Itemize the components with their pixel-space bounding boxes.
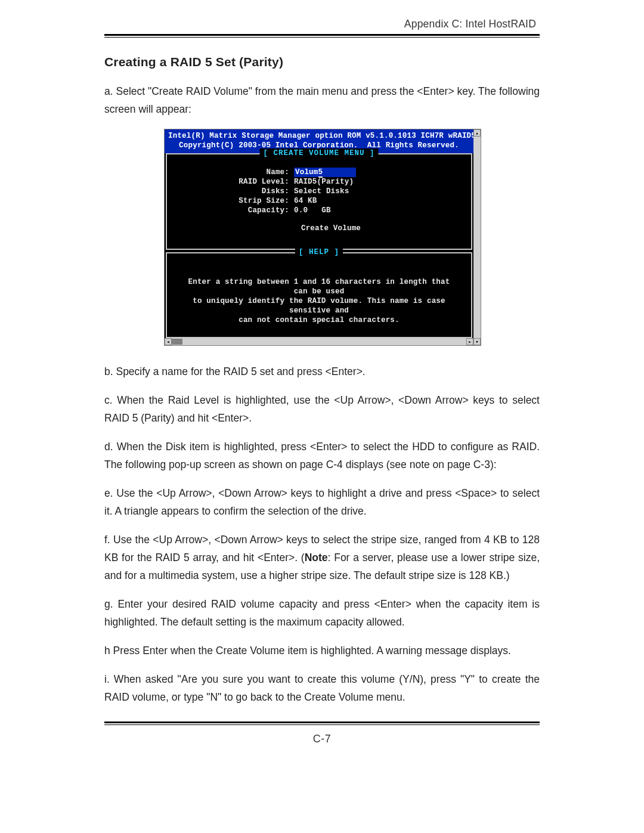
- help-line2: to uniquely identify the RAID volume. Th…: [184, 296, 454, 315]
- help-line3: can not contain special characters.: [184, 315, 454, 325]
- field-raid-level: RAID Level: RAID5(Parity): [173, 177, 465, 187]
- help-line1: Enter a string between 1 and 16 characte…: [184, 277, 454, 296]
- scroll-left-icon: ◂: [165, 338, 172, 345]
- bottom-rule: [104, 721, 540, 724]
- field-disks: Disks: Select Disks: [173, 187, 465, 196]
- field-capacity: Capacity: 0.0 GB: [173, 206, 465, 215]
- field-disks-value: Select Disks: [294, 187, 349, 196]
- field-raid-level-value: RAID5(Parity): [294, 177, 354, 187]
- bios-hscrollbar: ◂ ▸: [165, 338, 473, 345]
- step-i: i. When asked "Are you sure you want to …: [104, 670, 540, 706]
- step-h: h Press Enter when the Create Volume ite…: [104, 642, 540, 659]
- scroll-right-icon: ▸: [466, 338, 473, 345]
- bios-header-line1: Intel(R) Matrix Storage Manager option R…: [168, 131, 470, 141]
- step-e: e. Use the <Up Arrow>, <Down Arrow> keys…: [104, 484, 540, 520]
- bios-vscrollbar: ▴ ▾: [473, 129, 481, 345]
- step-g: g. Enter your desired RAID volume capaci…: [104, 595, 540, 631]
- intro-paragraph: a. Select "Create RAID Volume" from the …: [104, 82, 540, 118]
- help-box: [ HELP ] Enter a string between 1 and 16…: [166, 252, 472, 338]
- create-volume-action: Create Volume: [173, 215, 465, 243]
- step-d: d. When the Disk item is highlighted, pr…: [104, 438, 540, 473]
- step-f-note-label: Note: [305, 552, 328, 563]
- help-text: Enter a string between 1 and 16 characte…: [173, 258, 465, 331]
- step-c: c. When the Raid Level is highlighted, u…: [104, 391, 540, 427]
- name-value-text: Volum: [295, 168, 318, 176]
- page-number: C-7: [104, 733, 540, 745]
- running-head: Appendix C: Intel HostRAID: [104, 18, 540, 30]
- top-rule: [104, 34, 540, 37]
- bios-screenshot: ▴ ▾ ◂ ▸ Intel(R) Matrix Storage Manager …: [164, 129, 480, 346]
- create-volume-menu-caption: [ CREATE VOLUME MENU ]: [259, 148, 378, 158]
- hscroll-thumb: [172, 339, 182, 345]
- field-capacity-label: Capacity:: [173, 206, 294, 215]
- field-strip-size-value: 64 KB: [294, 196, 317, 206]
- field-capacity-value: 0.0 GB: [294, 206, 331, 215]
- scroll-down-icon: ▾: [473, 338, 481, 345]
- step-b: b. Specify a name for the RAID 5 set and…: [104, 363, 540, 380]
- field-name: Name: Volum5: [173, 168, 465, 177]
- field-strip-size-label: Strip Size:: [173, 196, 294, 206]
- field-name-label: Name:: [173, 168, 294, 177]
- section-title: Creating a RAID 5 Set (Parity): [104, 55, 540, 69]
- create-volume-menu-box: [ CREATE VOLUME MENU ] Name: Volum5 RAID…: [166, 153, 472, 250]
- step-f: f. Use the <Up Arrow>, <Down Arrow> keys…: [104, 531, 540, 584]
- field-disks-label: Disks:: [173, 187, 294, 196]
- name-value-cursor: 5: [318, 168, 323, 178]
- field-name-value: Volum5: [294, 168, 356, 177]
- field-strip-size: Strip Size: 64 KB: [173, 196, 465, 206]
- field-raid-level-label: RAID Level:: [173, 177, 294, 187]
- scroll-up-icon: ▴: [473, 129, 481, 137]
- help-caption: [ HELP ]: [295, 247, 343, 257]
